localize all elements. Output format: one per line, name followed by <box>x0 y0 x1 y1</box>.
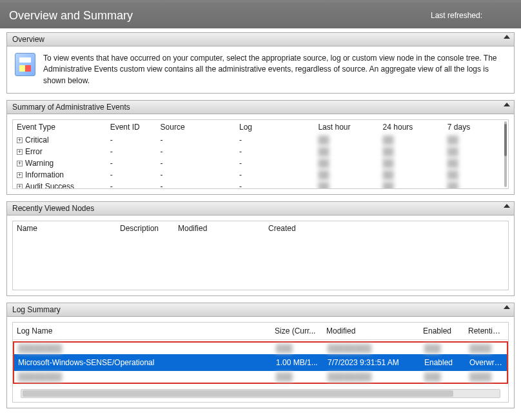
page-title: Overview and Summary <box>9 9 133 23</box>
cell-24h: ██ <box>379 134 444 146</box>
col-name[interactable]: Name <box>13 221 116 235</box>
cell-source: - <box>157 157 235 169</box>
cell-event-id: - <box>106 157 157 169</box>
cell-event-id: - <box>106 169 157 181</box>
col-source[interactable]: Source <box>157 120 235 134</box>
collapse-icon[interactable] <box>504 305 510 309</box>
col-size[interactable]: Size (Curr... <box>271 323 322 340</box>
summary-grid[interactable]: Event Type Event ID Source Log Last hour… <box>12 119 509 189</box>
cell-type: Critical <box>25 135 49 145</box>
cell-enabled: Enabled <box>420 354 466 371</box>
col-event-id[interactable]: Event ID <box>106 120 157 134</box>
cell-retention: Overwrite e <box>466 354 507 371</box>
col-description[interactable]: Description <box>116 221 174 235</box>
cell-7d: ██ <box>444 146 508 157</box>
expand-icon[interactable]: + <box>17 137 23 143</box>
col-7-days[interactable]: 7 days <box>444 120 508 134</box>
summary-row[interactable]: +Critical---██████ <box>13 134 508 146</box>
summary-row[interactable]: +Warning---██████ <box>13 157 508 169</box>
log-summary-grid[interactable]: Log Name Size (Curr... Modified Enabled … <box>12 322 509 403</box>
col-modified[interactable]: Modified <box>174 221 264 235</box>
content-area: Overview To view events that have occurr… <box>0 28 521 420</box>
col-retention[interactable]: Retention P <box>464 323 508 340</box>
cell-24h: ██ <box>379 169 444 181</box>
cell-type: Information <box>25 170 64 179</box>
overview-header[interactable]: Overview <box>6 32 515 46</box>
col-log-name[interactable]: Log Name <box>13 323 271 340</box>
table-row[interactable]: ██████████████████████████ <box>14 343 507 354</box>
last-refreshed-label: Last refreshed: <box>431 3 482 28</box>
vertical-scrollbar[interactable] <box>504 121 507 187</box>
recently-grid[interactable]: Name Description Modified Created <box>12 221 509 290</box>
expand-icon[interactable]: + <box>17 149 23 155</box>
cell-event-id: - <box>106 134 157 146</box>
col-event-type[interactable]: Event Type <box>13 120 106 134</box>
cell-7d: ██ <box>444 157 508 169</box>
highlighted-log-row: ██████████████████████████ Microsoft-Win… <box>13 341 508 384</box>
cell-modified: 7/7/2023 9:31:51 AM <box>324 354 420 371</box>
collapse-icon[interactable] <box>504 204 510 208</box>
table-row[interactable]: ██████████████████████████ <box>14 371 507 383</box>
expand-icon[interactable]: + <box>17 161 23 166</box>
cell-size: 1.00 MB/1... <box>272 354 324 371</box>
cell-source: - <box>157 134 235 146</box>
recently-panel: Name Description Modified Created <box>6 215 515 296</box>
horizontal-scrollbar[interactable] <box>21 389 500 398</box>
cell-log-name: Microsoft-Windows-SENSE/Operational <box>14 354 272 371</box>
log-summary-header-label: Log Summary <box>12 305 61 314</box>
cell-event-id: - <box>106 146 157 157</box>
summary-header-label: Summary of Administrative Events <box>12 103 130 112</box>
collapse-icon[interactable] <box>504 35 510 39</box>
col-enabled[interactable]: Enabled <box>419 323 464 340</box>
log-summary-section: Log Summary Log Name Size (Curr... Modif <box>6 303 515 408</box>
summary-panel: Event Type Event ID Source Log Last hour… <box>6 114 515 195</box>
col-24-hours[interactable]: 24 hours <box>379 120 444 134</box>
cell-log: - <box>235 157 314 169</box>
cell-source: - <box>157 169 235 181</box>
overview-text: To view events that have occurred on you… <box>43 53 506 86</box>
titlebar: Overview and Summary Last refreshed: <box>0 3 521 28</box>
cell-type: Audit Success <box>25 182 74 189</box>
cell-7d: ██ <box>444 169 508 181</box>
summary-section: Summary of Administrative Events Event T… <box>6 100 515 195</box>
cell-7d: ██ <box>444 181 508 189</box>
recently-header[interactable]: Recently Viewed Nodes <box>6 201 515 215</box>
cell-last-hour: ██ <box>314 169 378 181</box>
cell-7d: ██ <box>444 134 508 146</box>
summary-row[interactable]: +Information---██████ <box>13 169 508 181</box>
summary-header[interactable]: Summary of Administrative Events <box>6 100 515 114</box>
cell-source: - <box>157 181 235 189</box>
selected-log-row[interactable]: Microsoft-Windows-SENSE/Operational 1.00… <box>14 354 507 371</box>
cell-log: - <box>235 169 314 181</box>
collapse-icon[interactable] <box>504 103 510 106</box>
cell-last-hour: ██ <box>314 134 378 146</box>
cell-24h: ██ <box>379 157 444 169</box>
cell-log: - <box>235 134 314 146</box>
cell-log: - <box>235 146 314 157</box>
cell-log: - <box>235 181 314 189</box>
expand-icon[interactable]: + <box>17 172 23 178</box>
col-modified[interactable]: Modified <box>322 323 419 340</box>
log-summary-header[interactable]: Log Summary <box>6 303 515 317</box>
overview-panel: To view events that have occurred on you… <box>6 46 515 94</box>
cell-24h: ██ <box>379 146 444 157</box>
summary-row[interactable]: +Error---██████ <box>13 146 508 157</box>
expand-icon[interactable]: + <box>17 184 23 190</box>
app-root: Overview and Summary Last refreshed: Ove… <box>0 0 521 420</box>
recently-header-label: Recently Viewed Nodes <box>12 204 94 213</box>
summary-row[interactable]: +Audit Success---██████ <box>13 181 508 189</box>
cell-last-hour: ██ <box>314 146 378 157</box>
overview-header-label: Overview <box>12 35 44 44</box>
cell-event-id: - <box>106 181 157 189</box>
cell-last-hour: ██ <box>314 157 378 169</box>
cell-last-hour: ██ <box>314 181 378 189</box>
recently-section: Recently Viewed Nodes Name Description M <box>6 201 515 296</box>
cell-type: Error <box>25 147 43 156</box>
overview-icon <box>15 53 35 76</box>
col-log[interactable]: Log <box>235 120 314 134</box>
cell-type: Warning <box>25 159 54 168</box>
cell-24h: ██ <box>379 181 444 189</box>
log-summary-panel: Log Name Size (Curr... Modified Enabled … <box>6 317 515 408</box>
col-created[interactable]: Created <box>264 221 508 235</box>
col-last-hour[interactable]: Last hour <box>314 120 378 134</box>
